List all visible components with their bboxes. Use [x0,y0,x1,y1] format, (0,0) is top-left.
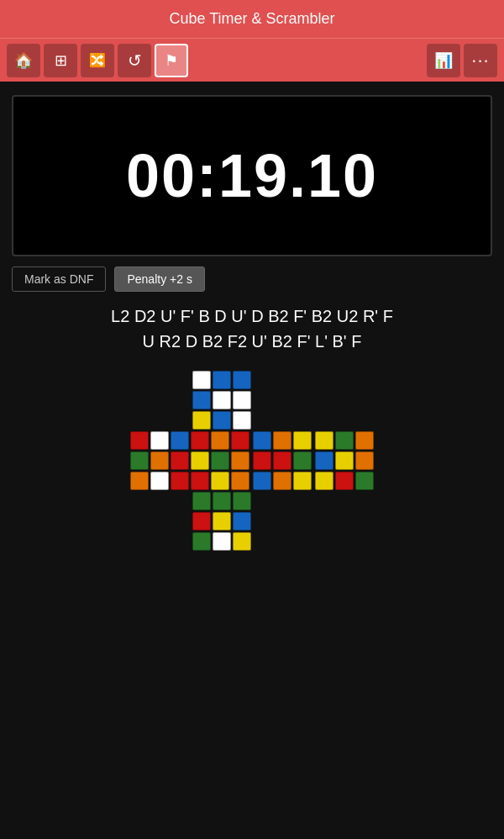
cube-cell [192,411,211,430]
cube-cell [355,431,374,450]
cube-cell [231,451,249,470]
cube-cell [233,371,251,389]
cube-cell [273,472,291,490]
cube-cell [273,431,291,450]
cube-cell [233,411,251,430]
cube-cell [293,472,312,490]
cube-cell [315,472,333,490]
dnf-button[interactable]: Mark as DNF [12,266,106,292]
cube-cell [192,391,211,409]
cube-cell [171,431,189,450]
cube-cell [191,451,209,470]
cube-cell [231,431,249,450]
face-top [192,371,251,430]
cube-cell [355,451,374,470]
cube-cell [130,472,149,490]
cube-cell [233,532,251,551]
cube-cell [355,472,374,490]
app-header: Cube Timer & Scrambler [0,0,504,38]
face-front [191,431,251,490]
cube-cell [213,492,231,510]
cube-cell [191,431,209,450]
penalty-button[interactable]: Penalty +2 s [114,266,204,292]
cube-cell [233,512,251,530]
cube-cell [253,451,271,470]
cube-cell [130,431,149,450]
cube-net [130,371,374,551]
face-back [315,431,374,490]
cube-cell [211,472,229,490]
scramble-display: L2 D2 U' F' B D U' D B2 F' B2 U2 R' F U … [0,303,504,354]
cube-cell [150,431,169,450]
cube-cell [150,451,169,470]
face-left [130,431,189,490]
cube-cell [211,451,229,470]
cube-cell [150,472,169,490]
shuffle-icon: 🔀 [89,52,106,68]
cube-cell [192,492,211,510]
cube-cell [171,472,189,490]
cube-cell [253,472,271,490]
toolbar-right: 📊 ··· [427,44,497,77]
cube-cell [191,472,209,490]
home-icon: 🏠 [14,51,33,70]
cube-cell [233,492,251,510]
action-buttons: Mark as DNF Penalty +2 s [0,266,504,292]
cube-cell [211,431,229,450]
face-bottom [192,492,251,551]
scramble-line1: L2 D2 U' F' B D U' D B2 F' B2 U2 R' F [17,303,487,329]
grid-icon: ⊞ [55,51,67,70]
timer-display: 00:19.10 [126,141,378,210]
cube-cell [335,472,354,490]
flag-button[interactable]: ⚑ [155,44,188,77]
cube-cell [315,451,333,470]
refresh-button[interactable]: ↺ [118,44,151,77]
more-icon: ··· [471,50,489,71]
cube-net-container [0,371,504,551]
shuffle-button[interactable]: 🔀 [81,44,114,77]
cube-cell [315,431,333,450]
chart-icon: 📊 [434,51,453,70]
cube-cell [213,411,231,430]
cube-cell [130,451,149,470]
cube-cell [213,512,231,530]
grid-button[interactable]: ⊞ [44,44,77,77]
cube-cell [293,431,312,450]
cube-cell [192,532,211,551]
cube-cell [335,451,354,470]
cube-cell [213,532,231,551]
timer-area: 00:19.10 [12,95,492,256]
more-button[interactable]: ··· [464,44,497,77]
scramble-line2: U R2 D B2 F2 U' B2 F' L' B' F [17,329,487,354]
cube-cell [192,371,211,389]
face-right [253,431,312,490]
cube-cell [213,391,231,409]
cube-cell [293,451,312,470]
cube-cell [273,451,291,470]
cube-cell [192,512,211,530]
cube-cell [213,371,231,389]
cube-cell [253,431,271,450]
app-title: Cube Timer & Scrambler [169,10,334,28]
chart-button[interactable]: 📊 [427,44,460,77]
cube-cell [335,431,354,450]
flag-icon: ⚑ [165,51,178,70]
toolbar-left: 🏠 ⊞ 🔀 ↺ ⚑ [7,44,188,77]
cube-cell [231,472,249,490]
home-button[interactable]: 🏠 [7,44,40,77]
cube-cell [233,391,251,409]
cube-cell [171,451,189,470]
refresh-icon: ↺ [128,50,142,71]
toolbar: 🏠 ⊞ 🔀 ↺ ⚑ 📊 ··· [0,38,504,82]
